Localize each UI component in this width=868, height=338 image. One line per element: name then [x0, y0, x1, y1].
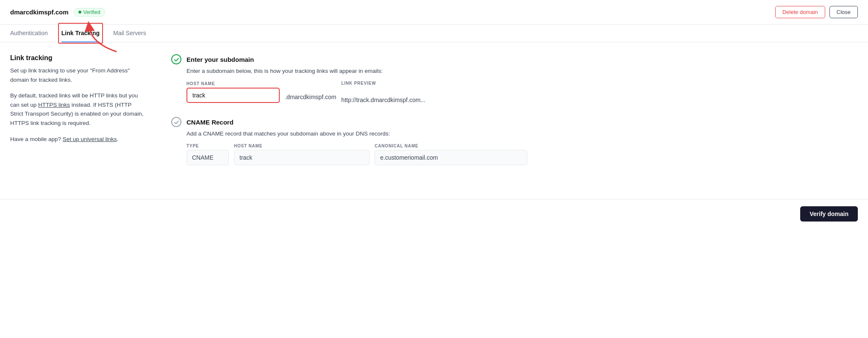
- cname-canonical-label: CANONICAL NAME: [375, 144, 527, 148]
- cname-canonical-field: CANONICAL NAME: [375, 144, 527, 165]
- tab-mail-servers[interactable]: Mail Servers: [113, 25, 146, 42]
- verified-dot-icon: [78, 11, 81, 14]
- left-panel-title: Link tracking: [10, 54, 146, 62]
- verified-badge: Verified: [74, 8, 105, 17]
- cname-section-header: CNAME Record: [171, 117, 858, 127]
- host-name-input[interactable]: [186, 88, 280, 103]
- tab-authentication[interactable]: Authentication: [10, 25, 48, 42]
- tab-link-tracking-wrapper: Link Tracking: [61, 25, 100, 42]
- delete-domain-button[interactable]: Delete domain: [775, 6, 825, 18]
- universal-links-link[interactable]: Set up universal links: [63, 136, 117, 142]
- verify-domain-button[interactable]: Verify domain: [800, 206, 858, 222]
- verified-label: Verified: [83, 9, 100, 15]
- left-panel-para2: By default, tracked links will be HTTP l…: [10, 91, 146, 127]
- host-name-label: HOST NAME: [186, 81, 280, 86]
- header-right: Delete domain Close: [775, 6, 858, 18]
- cname-section-desc: Add a CNAME record that matches your sub…: [186, 130, 858, 137]
- cname-type-input[interactable]: [186, 150, 229, 165]
- left-panel-para1: Set up link tracking to use your "From A…: [10, 66, 146, 84]
- link-preview-group: LINK PREVIEW http://track.dmarcdkimspf.c…: [341, 81, 425, 103]
- tab-link-tracking[interactable]: Link Tracking: [61, 25, 100, 42]
- main-content: Link tracking Set up link tracking to us…: [0, 42, 868, 191]
- cname-canonical-input[interactable]: [375, 150, 527, 165]
- page-header: dmarcdkimspf.com Verified Delete domain …: [0, 0, 868, 25]
- host-name-field-group: HOST NAME: [186, 81, 280, 103]
- close-button[interactable]: Close: [829, 6, 858, 18]
- cname-type-label: TYPE: [186, 144, 229, 148]
- cname-section-title: CNAME Record: [186, 119, 234, 126]
- cname-hostname-label: HOST NAME: [234, 144, 370, 148]
- cname-check-icon: [171, 117, 181, 127]
- subdomain-field-row: HOST NAME .dmarcdkimspf.com LINK PREVIEW…: [186, 81, 858, 103]
- cname-field-row: TYPE HOST NAME CANONICAL NAME: [186, 144, 858, 165]
- para3-suffix: .: [117, 136, 118, 142]
- subdomain-section-title: Enter your subdomain: [186, 56, 254, 63]
- page-footer: Verify domain: [0, 199, 868, 228]
- domain-suffix: .dmarcdkimspf.com: [285, 84, 336, 100]
- subdomain-section-desc: Enter a subdomain below, this is how you…: [186, 68, 858, 74]
- header-left: dmarcdkimspf.com Verified: [10, 8, 105, 17]
- cname-hostname-field: HOST NAME: [234, 144, 370, 165]
- left-panel-para3: Have a mobile app? Set up universal link…: [10, 135, 146, 144]
- right-panel: Enter your subdomain Enter a subdomain b…: [171, 54, 858, 179]
- domain-name: dmarcdkimspf.com: [10, 8, 69, 16]
- link-preview-value: http://track.dmarcdkimspf.com...: [341, 87, 425, 103]
- cname-section: CNAME Record Add a CNAME record that mat…: [171, 117, 858, 165]
- subdomain-section-header: Enter your subdomain: [171, 54, 858, 64]
- para3-prefix: Have a mobile app?: [10, 136, 63, 142]
- subdomain-section: Enter your subdomain Enter a subdomain b…: [171, 54, 858, 103]
- link-preview-label: LINK PREVIEW: [341, 81, 425, 86]
- left-panel: Link tracking Set up link tracking to us…: [10, 54, 146, 179]
- tabs-bar: Authentication Link Tracking Mail Server…: [0, 25, 868, 42]
- cname-type-field: TYPE: [186, 144, 229, 165]
- https-links-link[interactable]: HTTPS links: [38, 102, 70, 108]
- cname-hostname-input[interactable]: [234, 150, 370, 165]
- subdomain-check-icon: [171, 54, 181, 64]
